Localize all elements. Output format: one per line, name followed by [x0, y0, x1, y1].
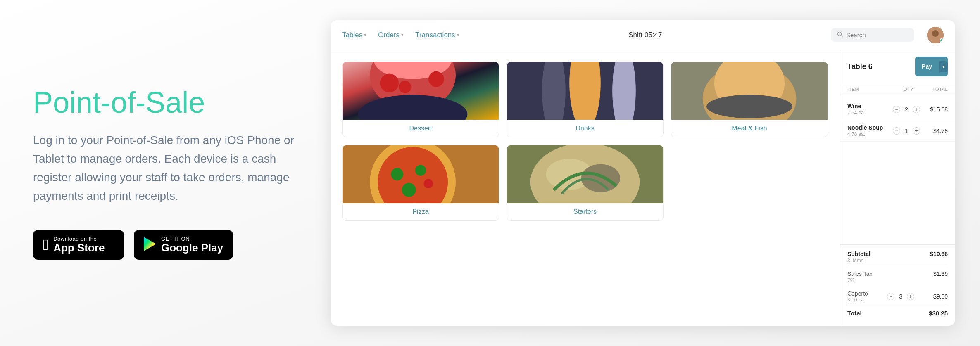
menu-card-img-starters — [507, 145, 663, 203]
nav-orders-label: Orders — [378, 31, 400, 39]
qty-decrease-noodle-soup[interactable]: − — [893, 127, 900, 135]
sales-tax-label: Sales Tax — [847, 270, 872, 277]
qty-decrease-wine[interactable]: − — [893, 106, 900, 113]
menu-card-img-meatfish — [671, 62, 828, 120]
menu-area: Dessert Drinks Meat & Fish — [331, 50, 840, 326]
menu-card-starters[interactable]: Starters — [507, 145, 664, 221]
nav-tables-label: Tables — [342, 31, 362, 39]
sales-tax-row: Sales Tax 7% $1.39 — [847, 270, 948, 283]
coperto-price: 3.00 ea. — [847, 297, 868, 303]
nav-items: Tables ▾ Orders ▾ Transactions ▾ — [342, 31, 459, 39]
order-header: Table 6 Pay ▾ — [840, 50, 955, 83]
order-summary: Subtotal 3 items $19.86 Sales Tax 7% $1.… — [840, 244, 955, 326]
menu-card-meatfish[interactable]: Meat & Fish — [671, 62, 828, 137]
menu-card-img-drinks — [507, 62, 663, 120]
chevron-down-icon: ▾ — [364, 32, 366, 38]
menu-card-label-dessert: Dessert — [343, 120, 499, 137]
qty-increase-wine[interactable]: + — [913, 106, 920, 113]
svg-marker-0 — [144, 237, 156, 251]
google-play-top-line: GET IT ON — [161, 236, 223, 242]
pos-panel: Tables ▾ Orders ▾ Transactions ▾ Shift 0… — [331, 20, 955, 326]
menu-card-label-meatfish: Meat & Fish — [671, 120, 828, 137]
page-wrapper: Point-of-Sale Log in to your Point-of-Sa… — [0, 0, 980, 346]
pay-button-chevron[interactable]: ▾ — [939, 61, 948, 72]
google-play-bottom-line: Google Play — [161, 242, 223, 254]
menu-card-dessert[interactable]: Dessert — [342, 62, 499, 137]
order-item-wine: Wine 7.54 ea. − 2 + $15.08 — [840, 99, 955, 120]
search-bar[interactable] — [831, 28, 914, 42]
search-input[interactable] — [846, 31, 904, 38]
order-item-noodle-soup: Noodle Soup 4.78 ea. − 1 + $4.78 — [840, 120, 955, 142]
google-play-button[interactable]: GET IT ON Google Play — [134, 230, 233, 260]
menu-card-pizza[interactable]: Pizza — [342, 145, 499, 221]
qty-control-noodle-soup: − 1 + — [890, 127, 923, 135]
pay-button-label: Pay — [915, 60, 939, 73]
qty-increase-noodle-soup[interactable]: + — [913, 127, 920, 135]
coperto-total: $9.00 — [933, 293, 948, 300]
coperto-increase[interactable]: + — [907, 293, 914, 300]
svg-line-2 — [841, 36, 843, 37]
menu-card-img-pizza — [343, 145, 499, 203]
divider-3 — [847, 306, 948, 306]
item-total-wine: $15.08 — [923, 106, 948, 113]
coperto-qty-value: 3 — [898, 293, 904, 300]
left-panel: Point-of-Sale Log in to your Point-of-Sa… — [25, 70, 314, 276]
app-store-bottom-line: App Store — [53, 242, 105, 254]
subtotal-value: $19.86 — [930, 251, 948, 263]
sales-tax-value: $1.39 — [933, 270, 948, 283]
menu-grid: Dessert Drinks Meat & Fish — [342, 62, 828, 221]
menu-card-drinks[interactable]: Drinks — [507, 62, 664, 137]
order-column-headers: ITEM QTY TOTAL — [840, 83, 955, 95]
nav-transactions-label: Transactions — [415, 31, 455, 39]
pay-button[interactable]: Pay ▾ — [915, 57, 948, 76]
shift-info: Shift 05:47 — [473, 31, 818, 39]
total-value: $30.25 — [929, 310, 948, 317]
col-header-total: TOTAL — [923, 87, 948, 92]
qty-value-noodle-soup: 1 — [904, 128, 909, 134]
avatar[interactable] — [927, 27, 944, 43]
nav-transactions[interactable]: Transactions ▾ — [415, 31, 459, 39]
svg-point-4 — [932, 30, 939, 37]
divider-2 — [847, 287, 948, 287]
order-items-list: Wine 7.54 ea. − 2 + $15.08 — [840, 95, 955, 244]
col-header-qty: QTY — [894, 87, 923, 92]
coperto-label: Coperto — [847, 290, 868, 297]
app-store-top-line: Download on the — [53, 236, 105, 242]
item-name-noodle-soup: Noodle Soup — [847, 124, 890, 131]
item-total-noodle-soup: $4.78 — [923, 128, 948, 134]
search-icon — [837, 31, 843, 38]
coperto-qty-control: − 3 + — [887, 293, 914, 300]
menu-card-img-dessert — [343, 62, 499, 120]
top-bar: Tables ▾ Orders ▾ Transactions ▾ Shift 0… — [331, 20, 955, 50]
menu-card-label-pizza: Pizza — [343, 203, 499, 220]
chevron-down-icon: ▾ — [401, 32, 404, 38]
divider — [847, 267, 948, 267]
nav-orders[interactable]: Orders ▾ — [378, 31, 404, 39]
total-row: Total $30.25 — [847, 310, 948, 317]
col-header-item: ITEM — [847, 87, 894, 92]
apple-icon:  — [43, 237, 48, 252]
item-price-noodle-soup: 4.78 ea. — [847, 131, 890, 137]
menu-card-label-drinks: Drinks — [507, 120, 663, 137]
main-content: Dessert Drinks Meat & Fish — [331, 50, 955, 326]
menu-card-label-starters: Starters — [507, 203, 663, 220]
subtotal-label: Subtotal — [847, 251, 871, 257]
google-play-icon — [144, 237, 156, 253]
nav-tables[interactable]: Tables ▾ — [342, 31, 366, 39]
item-price-wine: 7.54 ea. — [847, 110, 890, 116]
app-store-button[interactable]:  Download on the App Store — [33, 230, 124, 260]
page-title: Point-of-Sale — [33, 86, 306, 119]
store-buttons:  Download on the App Store — [33, 230, 306, 260]
chevron-down-icon: ▾ — [457, 32, 459, 38]
coperto-row: Coperto 3.00 ea. − 3 + $9.00 — [847, 290, 948, 303]
qty-control-wine: − 2 + — [890, 106, 923, 113]
subtotal-items: 3 items — [847, 258, 871, 263]
subtotal-row: Subtotal 3 items $19.86 — [847, 251, 948, 263]
item-name-wine: Wine — [847, 103, 890, 109]
page-description: Log in to your Point-of-Sale from any iO… — [33, 131, 297, 205]
coperto-decrease[interactable]: − — [887, 293, 894, 300]
table-name: Table 6 — [847, 62, 873, 71]
total-label: Total — [847, 310, 862, 317]
qty-value-wine: 2 — [904, 106, 909, 113]
order-panel: Table 6 Pay ▾ ITEM QTY TOTAL — [840, 50, 955, 326]
